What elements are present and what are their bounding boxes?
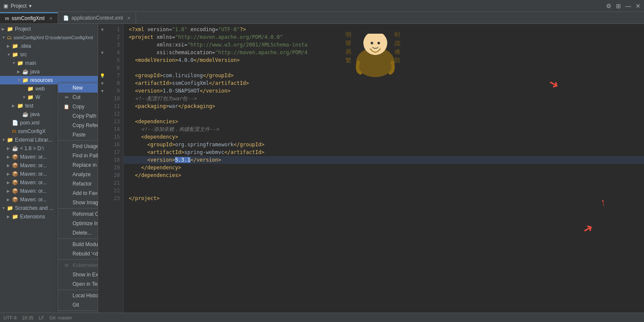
project-icon: ▣ [3, 3, 8, 9]
line-num-5: 5 [107, 56, 120, 64]
menu-item-cut[interactable]: ✂ Cut Ctrl+X [58, 93, 98, 102]
tree-arrow: ▶ [12, 104, 17, 108]
menu-item-show-explorer[interactable]: Show in Explorer [58, 270, 98, 279]
line-num-22: 22 [107, 187, 120, 194]
code-line-20: </dependencies> [129, 171, 639, 179]
line-numbers: 1 2 3 4 5 6 7 8 9 10 11 12 13 14 15 16 1… [107, 24, 124, 313]
code-line-6 [129, 64, 639, 72]
project-panel: ▶ 📁 Project ▼ 🗂 ssmConfigXml D:\code\ssm… [0, 24, 98, 313]
menu-item-find-path[interactable]: Find in Path... Ctrl+Shift+F [58, 151, 98, 160]
menu-item-paste[interactable]: Paste Ctrl+V [58, 130, 98, 139]
tree-item-main[interactable]: ▼ 📁 main [0, 59, 98, 67]
status-lf: LF [39, 315, 44, 320]
gutter-bulb-18[interactable]: 💡 [98, 72, 107, 79]
tree-label: Scratches and ... [15, 205, 53, 211]
tab-ssm[interactable]: m ssmConfigXml ✕ [0, 12, 58, 23]
menu-label-new: New [73, 85, 83, 91]
menu-item-git[interactable]: Git ▶ [58, 300, 98, 310]
tree-item-project[interactable]: ▶ 📁 Project [0, 25, 98, 33]
menu-item-optimize[interactable]: Optimize Imports Ctrl+Alt+O [58, 219, 98, 228]
settings-icon[interactable]: ⚙ [606, 3, 612, 9]
tree-item-ssm[interactable]: ▼ 🗂 ssmConfigXml D:\code\ssmConfigXml [0, 33, 98, 42]
tree-folder-icon: 📁 [27, 94, 34, 100]
tree-lib-icon: ☕ [12, 145, 18, 151]
tab-app[interactable]: 📄 applicationContext.xml ✕ [58, 12, 136, 23]
tree-label: Maven: or... [20, 180, 47, 186]
tree-maven-icon: 📦 [12, 197, 18, 203]
status-line-col: 18:35 [22, 315, 34, 320]
code-area[interactable]: <?xml version="1.0" encoding="UTF-8"?> <… [124, 24, 644, 313]
menu-item-reformat[interactable]: Reformat Code Ctrl+Alt+L [58, 209, 98, 219]
code-line-21 [129, 179, 639, 187]
layout-icon[interactable]: ⊞ [616, 3, 621, 9]
menu-item-copy-ref[interactable]: Copy Reference Ctrl+Alt+Shift+C [58, 121, 98, 130]
tab-close-ssm[interactable]: ✕ [49, 16, 52, 21]
gutter-fold-13[interactable]: ▼ [98, 49, 107, 56]
line-num-14: 14 [107, 125, 120, 133]
title-bar-right: ⚙ ⊞ — ✕ [606, 3, 641, 9]
menu-label-show-img: Show Image Thumbnails [73, 200, 98, 206]
tab-close-app[interactable]: ✕ [127, 16, 131, 20]
tree-arrow: ▼ [22, 95, 27, 99]
tree-item-src[interactable]: ▼ 📁 src [0, 50, 98, 59]
line-num-8: 8 [107, 79, 120, 87]
menu-label-copy: Copy [73, 104, 84, 110]
menu-item-rebuild[interactable]: Rebuild '<default>' Ctrl+Shift+F9 [58, 249, 98, 258]
menu-label-kubernetes: Kubernetes [73, 262, 98, 268]
menu-item-local-history[interactable]: Local History ▶ [58, 291, 98, 300]
editor-area: ▼ ▼ 💡 ▼ ▼ 1 2 3 4 5 6 7 8 9 10 11 [98, 24, 644, 313]
code-line-7: <groupId>com.liruilong</groupId> [129, 72, 639, 79]
minimize-icon[interactable]: — [625, 3, 631, 9]
menu-item-kubernetes[interactable]: ⚙ Kubernetes ▶ [58, 261, 98, 270]
line-num-12: 12 [107, 110, 120, 118]
gutter: ▼ ▼ 💡 ▼ ▼ [98, 24, 107, 313]
menu-item-new[interactable]: New ▶ [58, 83, 98, 93]
gutter-fold-20[interactable]: ▼ [98, 79, 107, 87]
menu-label-paste: Paste [73, 132, 86, 138]
tree-item-idea[interactable]: ▶ 📁 .idea [0, 42, 98, 50]
menu-label-reformat: Reformat Code [73, 211, 98, 217]
line-num-16: 16 [107, 141, 120, 148]
line-num-1: 1 [107, 26, 120, 33]
gutter-fold-2[interactable]: ▼ [98, 26, 107, 33]
menu-item-analyze[interactable]: Analyze ▶ [58, 170, 98, 179]
line-num-11: 11 [107, 102, 120, 110]
gutter-fold-23[interactable]: ▼ [98, 87, 107, 95]
menu-item-find-usages[interactable]: Find Usages Alt+F7 [58, 142, 98, 151]
tree-label: Maven: or... [20, 162, 47, 168]
sep1 [58, 140, 98, 141]
tree-folder-icon: 📁 [7, 205, 13, 211]
copy-icon: 📋 [63, 104, 70, 110]
tree-label: Extensions [20, 214, 45, 220]
code-line-13: <dependencies> [129, 118, 639, 125]
tree-label: Maven: or... [20, 197, 47, 203]
menu-item-show-img[interactable]: Show Image Thumbnails Ctrl+Shift+T [58, 198, 98, 207]
menu-item-build-mod[interactable]: Build Module 'ssmConfigXml' [58, 240, 98, 249]
menu-item-copy-path[interactable]: Copy Path Ctrl+Shift+C [58, 111, 98, 121]
code-line-14: <!--添加依赖，构建配置文件--> [129, 125, 639, 133]
menu-item-add-fav[interactable]: Add to Favorites [58, 189, 98, 198]
code-line-22 [129, 187, 639, 194]
sep5 [58, 290, 98, 290]
code-line-17: <artifactId>spring-webmvc</artifactId> [129, 148, 639, 156]
menu-item-delete[interactable]: Delete... Delete [58, 228, 98, 238]
tree-folder-icon: 📁 [7, 137, 13, 143]
close-icon[interactable]: ✕ [635, 3, 641, 9]
tree-arrow: ▶ [7, 155, 12, 159]
menu-item-open-terminal[interactable]: Open in Terminal [58, 279, 98, 289]
tree-item-java[interactable]: ▶ ☕ java [0, 67, 98, 76]
cut-icon: ✂ [63, 95, 70, 100]
dropdown-icon[interactable]: ▾ [29, 3, 32, 9]
tree-label: .idea [20, 43, 31, 49]
menu-label-git: Git [73, 302, 79, 308]
tree-maven-icon: 📦 [12, 162, 18, 168]
tree-label: main [25, 60, 36, 66]
menu-label-find-usages: Find Usages [73, 143, 98, 149]
menu-item-synchronize[interactable]: 🔄 Synchronize 'resources' [58, 312, 98, 313]
status-bar: UTF-8 18:35 LF Git: master [0, 313, 644, 322]
status-encoding: UTF-8 [3, 315, 17, 320]
menu-item-copy[interactable]: 📋 Copy Ctrl+C [58, 102, 98, 111]
menu-item-refactor[interactable]: Refactor ▶ [58, 179, 98, 189]
code-line-9: <version>1.0-SNAPSHOT</version> [129, 87, 639, 95]
menu-item-replace[interactable]: Replace in Path... Ctrl+Shift+R [58, 160, 98, 170]
